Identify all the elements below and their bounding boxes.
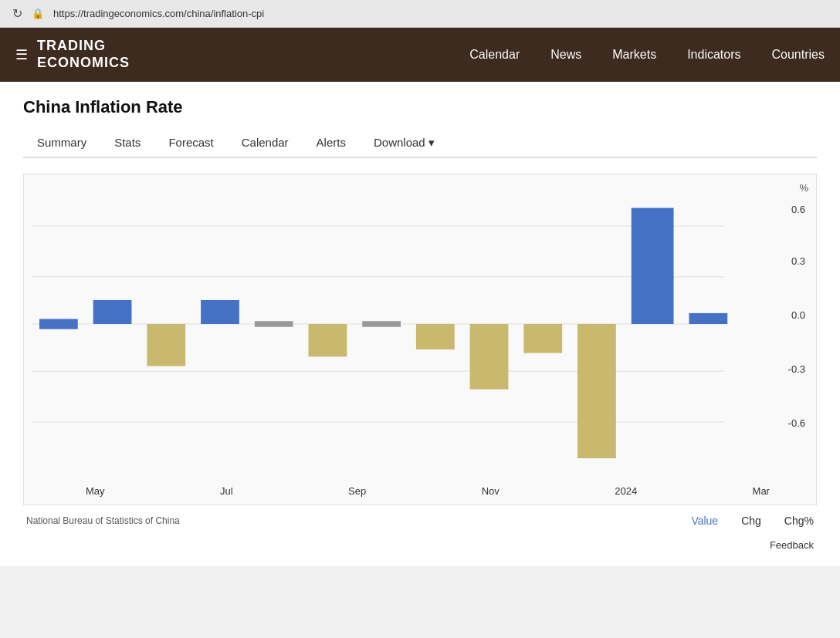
- y-unit-label: %: [799, 182, 808, 194]
- y-label-neg06: -0.6: [788, 417, 805, 429]
- y-label-neg03: -0.3: [788, 363, 805, 375]
- nav-news[interactable]: News: [550, 48, 581, 62]
- svg-rect-12: [416, 324, 455, 349]
- x-label-may: May: [86, 485, 105, 497]
- svg-rect-10: [309, 324, 347, 356]
- navbar-links: Calendar News Markets Indicators Countri…: [469, 48, 825, 62]
- x-axis-labels: May Jul Sep Nov 2024 Mar: [86, 485, 770, 497]
- x-label-sep: Sep: [348, 485, 366, 497]
- svg-rect-9: [255, 321, 293, 327]
- svg-rect-16: [632, 208, 674, 324]
- tab-alerts[interactable]: Alerts: [303, 130, 360, 158]
- y-label-03: 0.3: [791, 255, 805, 267]
- nav-markets[interactable]: Markets: [612, 48, 656, 62]
- chart-svg: [32, 190, 770, 458]
- chart-area: % 0.6 0.3 0.0 -0.3 -0.6 May Jul Sep Nov …: [23, 174, 817, 505]
- x-label-2024: 2024: [615, 485, 637, 497]
- svg-rect-7: [147, 324, 185, 366]
- col-chg-pct: Chg%: [784, 515, 814, 527]
- svg-rect-8: [201, 300, 239, 324]
- y-label-00: 0.0: [791, 309, 805, 321]
- svg-rect-15: [578, 324, 616, 458]
- lock-icon: 🔒: [32, 8, 44, 19]
- chart-source: National Bureau of Statistics of China: [26, 515, 180, 526]
- chart-table-headers: Value Chg Chg%: [691, 515, 814, 527]
- brand-top: TRADING: [37, 38, 130, 55]
- svg-rect-13: [470, 324, 509, 390]
- nav-countries[interactable]: Countries: [772, 48, 825, 62]
- y-label-06: 0.6: [791, 204, 805, 215]
- navbar: ☰ TRADING ECONOMICS Calendar News Market…: [0, 28, 840, 82]
- svg-rect-6: [93, 300, 132, 324]
- tab-stats[interactable]: Stats: [100, 130, 154, 158]
- feedback-label[interactable]: Feedback: [23, 539, 817, 551]
- url-bar[interactable]: https://tradingeconomics.com/china/infla…: [53, 8, 828, 19]
- menu-icon[interactable]: ☰: [15, 46, 28, 63]
- x-label-nov: Nov: [482, 485, 500, 497]
- col-value: Value: [691, 515, 718, 527]
- tab-bar: Summary Stats Forecast Calendar Alerts D…: [23, 130, 817, 158]
- browser-bar: ↻ 🔒 https://tradingeconomics.com/china/i…: [0, 0, 840, 28]
- col-chg: Chg: [741, 515, 761, 527]
- page-title: China Inflation Rate: [23, 97, 817, 117]
- x-label-jul: Jul: [220, 485, 233, 497]
- tab-calendar[interactable]: Calendar: [228, 130, 303, 158]
- tab-summary[interactable]: Summary: [23, 130, 100, 158]
- nav-indicators[interactable]: Indicators: [687, 48, 740, 62]
- svg-rect-14: [523, 324, 562, 353]
- brand-bottom: ECONOMICS: [37, 55, 130, 72]
- page-content: China Inflation Rate Summary Stats Forec…: [0, 82, 840, 566]
- chart-footer: National Bureau of Statistics of China V…: [23, 515, 817, 527]
- svg-rect-17: [689, 313, 727, 324]
- x-label-mar: Mar: [753, 485, 770, 497]
- svg-rect-11: [362, 321, 401, 327]
- brand-logo[interactable]: TRADING ECONOMICS: [37, 38, 130, 71]
- reload-icon[interactable]: ↻: [12, 6, 22, 21]
- nav-calendar[interactable]: Calendar: [469, 48, 520, 62]
- tab-forecast[interactable]: Forecast: [154, 130, 227, 158]
- tab-download[interactable]: Download ▾: [360, 130, 449, 158]
- svg-rect-5: [39, 319, 78, 329]
